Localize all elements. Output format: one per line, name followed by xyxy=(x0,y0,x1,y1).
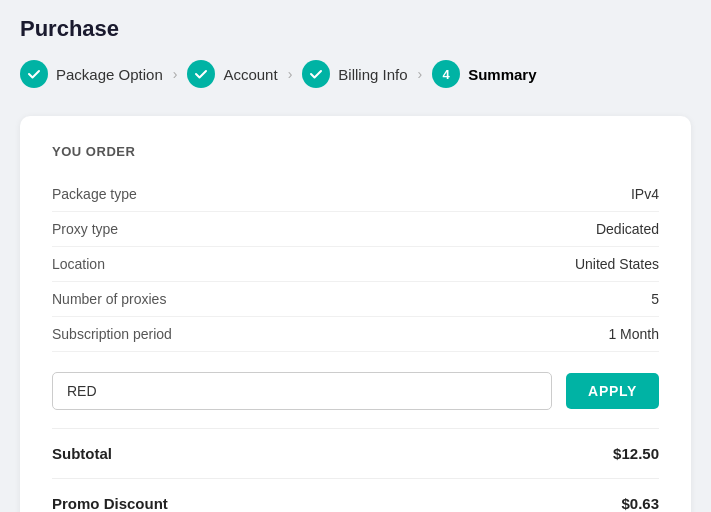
coupon-row: APPLY xyxy=(52,372,659,410)
order-label-proxies: Number of proxies xyxy=(52,291,166,307)
summary-value-discount: $0.63 xyxy=(621,495,659,512)
order-row-proxy-type: Proxy type Dedicated xyxy=(52,212,659,247)
step-summary[interactable]: 4 Summary xyxy=(432,60,536,88)
order-value-package-type: IPv4 xyxy=(631,186,659,202)
step-label-billing-info: Billing Info xyxy=(338,66,407,83)
order-card: YOU ORDER Package type IPv4 Proxy type D… xyxy=(20,116,691,512)
order-section-title: YOU ORDER xyxy=(52,144,659,159)
summary-value-subtotal: $12.50 xyxy=(613,445,659,462)
step-account[interactable]: Account xyxy=(187,60,277,88)
summary-divider-2 xyxy=(52,478,659,479)
step-billing-info[interactable]: Billing Info xyxy=(302,60,407,88)
order-row-subscription: Subscription period 1 Month xyxy=(52,317,659,352)
summary-label-subtotal: Subtotal xyxy=(52,445,112,462)
order-label-package-type: Package type xyxy=(52,186,137,202)
step-label-package-option: Package Option xyxy=(56,66,163,83)
step-arrow-3: › xyxy=(418,66,423,82)
order-value-proxy-type: Dedicated xyxy=(596,221,659,237)
order-value-proxies: 5 xyxy=(651,291,659,307)
summary-divider-1 xyxy=(52,428,659,429)
page-title: Purchase xyxy=(20,16,691,42)
step-arrow-2: › xyxy=(288,66,293,82)
summary-row-subtotal: Subtotal $12.50 xyxy=(52,433,659,474)
summary-row-discount: Promo Discount $0.63 xyxy=(52,483,659,512)
step-arrow-1: › xyxy=(173,66,178,82)
summary-label-discount: Promo Discount xyxy=(52,495,168,512)
coupon-input[interactable] xyxy=(52,372,552,410)
stepper: Package Option › Account › Billing Info … xyxy=(20,60,691,88)
order-row-location: Location United States xyxy=(52,247,659,282)
order-value-subscription: 1 Month xyxy=(608,326,659,342)
step-package-option[interactable]: Package Option xyxy=(20,60,163,88)
order-label-location: Location xyxy=(52,256,105,272)
step-done-icon-1 xyxy=(20,60,48,88)
step-label-summary: Summary xyxy=(468,66,536,83)
step-done-icon-3 xyxy=(302,60,330,88)
order-value-location: United States xyxy=(575,256,659,272)
order-row-package-type: Package type IPv4 xyxy=(52,177,659,212)
apply-coupon-button[interactable]: APPLY xyxy=(566,373,659,409)
order-row-proxies: Number of proxies 5 xyxy=(52,282,659,317)
order-label-proxy-type: Proxy type xyxy=(52,221,118,237)
step-active-icon-4: 4 xyxy=(432,60,460,88)
order-label-subscription: Subscription period xyxy=(52,326,172,342)
step-label-account: Account xyxy=(223,66,277,83)
step-done-icon-2 xyxy=(187,60,215,88)
